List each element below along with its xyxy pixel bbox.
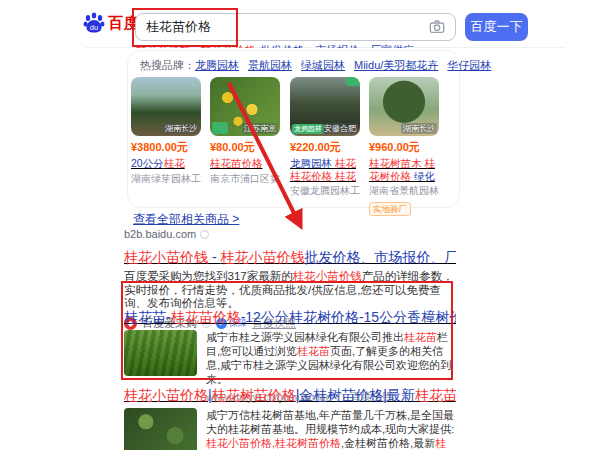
product-price: ¥960.00元 <box>369 140 439 155</box>
result-thumbnail-seedling-field[interactable] <box>124 330 197 376</box>
text-segment: 桂花苗价格 <box>415 387 456 403</box>
text-segment: 桂花小苗价格,桂花树苗价格 <box>206 437 341 449</box>
svg-text:du: du <box>90 23 98 32</box>
result-description: 百度爱采购为您找到317家最新的桂花小苗价钱产品的详细参数，实时报价，行情走势，… <box>124 270 456 311</box>
baidu-logo[interactable]: du 百度 <box>82 11 140 35</box>
text-segment: 桂花小苗价格 <box>124 387 208 403</box>
product-card[interactable]: 龙腾园林安徽合肥¥220.00元龙腾园林 桂花 桂花价格 桂花苗 桂...安徽龙… <box>290 77 360 198</box>
search-input[interactable] <box>136 20 429 35</box>
seller-badge: 龙腾园林 <box>292 124 324 134</box>
text-segment: 桂花苗- <box>124 309 171 325</box>
product-price: ¥80.00元 <box>210 140 280 155</box>
product-card[interactable]: 江苏南京¥80.00元桂花苗价格南京市浦口区黄... <box>210 77 280 186</box>
text-segment: 桂花树苗价格 <box>212 387 296 403</box>
hot-brand-link[interactable]: 华仔园林 <box>447 59 491 71</box>
verified-factory-badge: 实地验厂 <box>369 202 411 216</box>
hot-brand-link[interactable]: 绿城园林 <box>301 59 345 71</box>
product-title-link[interactable]: 桂花树苗木 桂花树价格 绿化桂花树... <box>369 157 439 182</box>
seller-name: 湖南绿芽园林工程... <box>131 172 201 186</box>
hot-brand-link[interactable]: Miidu/美羽都花卉 <box>354 59 438 71</box>
result-thumbnail-foliage[interactable] <box>124 408 197 450</box>
result-title-link[interactable]: 桂花小苗价格|桂花树苗价格|金桂树苗价格|最新桂花苗价格 <box>124 387 456 404</box>
clipped-red-text: 桂花苗价格 - 桂花苗价格 <box>136 44 256 48</box>
product-title-link[interactable]: 20公分桂花 <box>131 157 201 170</box>
seller-name: 南京市浦口区黄... <box>210 172 280 186</box>
text-segment: 绿化 <box>414 170 435 182</box>
text-segment: 桂花苗 <box>297 345 330 357</box>
location-label: 江苏南京 <box>242 123 278 134</box>
hot-brands-label: 热搜品牌： <box>140 59 195 71</box>
text-segment: 百度爱采购为您找到317家最新的 <box>124 270 293 282</box>
product-image[interactable]: 江苏南京 <box>210 77 280 136</box>
camera-icon[interactable] <box>429 19 445 35</box>
text-segment: 20公分 <box>131 157 164 169</box>
text-segment: 批发价格、市场报价、厂家供... <box>304 249 456 265</box>
product-price: ¥220.00元 <box>290 140 360 155</box>
text-segment: 桂花 <box>164 157 185 169</box>
seller-name: 安徽龙腾园林工程... <box>290 184 360 198</box>
product-title-link[interactable]: 龙腾园林 桂花 桂花价格 桂花苗 桂... <box>290 157 360 182</box>
search-result-3: 桂花小苗价格|桂花树苗价格|金桂树苗价格|最新桂花苗价格 咸宁万信桂花树苗基地,… <box>124 387 456 450</box>
text-segment: 龙腾园林 <box>290 157 335 169</box>
info-circle-icon[interactable] <box>200 230 209 239</box>
promo-badge <box>212 122 228 134</box>
result-description: 咸宁万信桂花树苗基地,年产苗量几千万株,是全国最大的桂花树苗基地。用规模节约成本… <box>206 408 456 450</box>
text-segment: 桂花小苗价钱 <box>293 270 362 282</box>
promo-badge <box>346 77 360 86</box>
result-title-link[interactable]: 桂花小苗价钱 - 桂花小苗价钱批发价格、市场报价、厂家供... <box>124 249 456 266</box>
text-segment: 桂花小苗价钱 <box>124 249 208 265</box>
baidu-paw-icon: du <box>82 11 106 35</box>
product-card[interactable]: 湖南长沙¥3800.00元20公分桂花湖南绿芽园林工程... <box>131 77 201 186</box>
product-price: ¥3800.00元 <box>131 140 201 155</box>
text-segment: - <box>208 249 220 265</box>
location-label: 安徽合肥 <box>322 123 358 134</box>
hot-brand-link[interactable]: 景航园林 <box>248 59 292 71</box>
product-image[interactable]: 湖南长沙 <box>131 77 201 136</box>
baidu-search-results-page: du 百度 百度一下 桂花苗价格 - 桂花苗价格 批发价格、市场报价、厂家供应 … <box>0 0 600 450</box>
site-domain-row: b2b.baidu.com <box>124 228 209 240</box>
product-card[interactable]: 湖南长沙¥960.00元桂花树苗木 桂花树价格 绿化桂花树...湖南省景航园林绿… <box>369 77 439 216</box>
text-segment: 桂花小苗价钱 <box>220 249 304 265</box>
hot-brands-row: 热搜品牌：龙腾园林景航园林绿城园林Miidu/美羽都花卉华仔园林 <box>140 58 500 73</box>
search-submit-button[interactable]: 百度一下 <box>465 13 528 41</box>
text-segment: -12公分桂花树价格-15公分香樟树价格-咸... <box>241 309 456 325</box>
text-segment: 桂花苗价格 <box>210 157 263 169</box>
text-segment: 咸宁市桂之源学义园林绿化有限公司推出 <box>206 331 404 343</box>
result-description: 咸宁市桂之源学义园林绿化有限公司推出桂花苗栏目,您可以通过浏览桂花苗页面,了解更… <box>206 330 456 386</box>
product-title-link[interactable]: 桂花苗价格 <box>210 157 280 170</box>
product-image[interactable]: 湖南长沙 <box>369 77 439 136</box>
clipped-result-strip: 桂花苗价格 - 桂花苗价格 批发价格、市场报价、厂家供应 - 百度爱采购 <box>136 40 426 48</box>
text-segment: ,金桂树苗价格,最新 <box>341 437 435 449</box>
seller-name: 湖南省景航园林绿... <box>369 184 439 198</box>
search-box[interactable] <box>135 13 456 41</box>
text-segment: 桂花苗价格 <box>171 309 241 325</box>
hot-brand-link[interactable]: 龙腾园林 <box>195 59 239 71</box>
location-label: 湖南长沙 <box>163 123 199 134</box>
site-domain: b2b.baidu.com <box>124 228 196 240</box>
result-title-link[interactable]: 桂花苗-桂花苗价格-12公分桂花树价格-15公分香樟树价格-咸... <box>124 309 456 326</box>
text-segment: |金桂树苗价格|最新 <box>296 387 415 403</box>
location-label: 湖南长沙 <box>401 123 437 134</box>
product-image[interactable]: 龙腾园林安徽合肥 <box>290 77 360 136</box>
text-segment: 咸宁万信桂花树苗基地,年产苗量几千万株,是全国最大的桂花树苗基地。用规模节约成本… <box>206 409 454 435</box>
text-segment: 桂花苗 <box>404 331 437 343</box>
view-all-products-link[interactable]: 查看全部相关商品 > <box>133 211 239 228</box>
